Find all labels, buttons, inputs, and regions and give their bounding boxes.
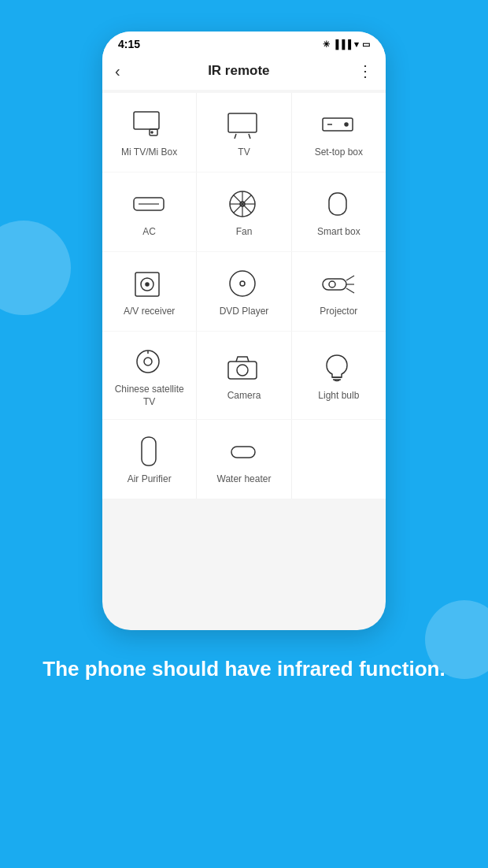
empty-cell xyxy=(292,420,386,499)
ac-cell[interactable]: AC xyxy=(102,172,196,251)
projector-cell[interactable]: Projector xyxy=(292,252,386,331)
fan-label: Fan xyxy=(236,226,253,239)
settop-label: Set-top box xyxy=(315,147,363,159)
avreceiver-icon xyxy=(131,268,168,299)
settop-icon xyxy=(320,109,357,140)
smartbox-cell[interactable]: Smart box xyxy=(292,172,386,251)
status-bar: 4:15 ✳ ▐▐▐ ▾ ▭ xyxy=(102,32,386,54)
page-title: IR remote xyxy=(208,63,269,79)
satellite-cell[interactable]: Chinese satellite TV xyxy=(102,332,196,419)
smartbox-icon xyxy=(320,188,357,220)
projector-icon xyxy=(320,268,357,299)
svg-point-2 xyxy=(151,132,153,133)
tv-label: TV xyxy=(238,147,250,159)
svg-line-24 xyxy=(346,288,354,293)
grid-row-1: Mi TV/Mi Box TV xyxy=(102,93,386,172)
ac-label: AC xyxy=(142,226,156,239)
waterheater-label: Water heater xyxy=(217,473,272,486)
wifi-icon: ▾ xyxy=(354,39,359,50)
svg-rect-33 xyxy=(142,437,156,466)
svg-line-23 xyxy=(346,276,354,280)
svg-rect-0 xyxy=(134,112,159,129)
airpurifier-cell[interactable]: Air Purifier xyxy=(102,420,196,499)
tv-icon xyxy=(225,109,263,140)
signal-bars-icon: ▐▐▐ xyxy=(333,39,351,49)
more-menu-button[interactable]: ⋮ xyxy=(357,61,373,80)
fan-icon xyxy=(225,188,263,220)
background-blob-left xyxy=(0,221,71,315)
airpurifier-icon xyxy=(131,436,168,467)
mi-tv-label: Mi TV/Mi Box xyxy=(121,147,177,159)
grid-row-3: A/V receiver DVD Player xyxy=(102,252,386,331)
svg-point-30 xyxy=(237,365,248,376)
empty-icon xyxy=(320,442,357,473)
svg-point-26 xyxy=(137,351,159,373)
header: ‹ IR remote ⋮ xyxy=(102,54,386,90)
ac-icon xyxy=(131,188,168,220)
tv-cell[interactable]: TV xyxy=(197,93,290,172)
mi-tv-cell[interactable]: Mi TV/Mi Box xyxy=(102,93,196,172)
camera-cell[interactable]: Camera xyxy=(197,332,290,419)
battery-icon: ▭ xyxy=(362,39,370,50)
svg-rect-34 xyxy=(231,447,255,458)
dvd-cell[interactable]: DVD Player xyxy=(197,252,290,331)
lightbulb-label: Light bulb xyxy=(318,390,359,402)
satellite-icon xyxy=(131,346,168,377)
status-icons: ✳ ▐▐▐ ▾ ▭ xyxy=(323,39,370,50)
dvd-label: DVD Player xyxy=(220,306,269,318)
phone-frame: 4:15 ✳ ▐▐▐ ▾ ▭ ‹ IR remote ⋮ xyxy=(102,32,386,630)
bottom-caption: The phone should have infrared function. xyxy=(11,630,476,699)
airpurifier-label: Air Purifier xyxy=(128,473,172,486)
mi-tv-icon xyxy=(131,109,168,140)
grid-row-5: Air Purifier Water heater xyxy=(102,420,386,499)
svg-line-5 xyxy=(249,134,250,139)
bluetooth-icon: ✳ xyxy=(323,39,330,50)
dvd-icon xyxy=(225,268,263,299)
camera-icon xyxy=(225,352,263,384)
svg-point-22 xyxy=(329,281,335,287)
waterheater-icon xyxy=(225,436,263,467)
status-time: 4:15 xyxy=(118,38,140,50)
svg-point-27 xyxy=(144,358,152,365)
projector-label: Projector xyxy=(320,306,357,318)
satellite-label: Chinese satellite TV xyxy=(109,384,190,408)
svg-rect-3 xyxy=(228,113,257,132)
waterheater-cell[interactable]: Water heater xyxy=(197,420,290,499)
lightbulb-cell[interactable]: Light bulb xyxy=(292,332,386,419)
svg-point-18 xyxy=(146,283,149,286)
svg-rect-15 xyxy=(329,193,346,215)
lightbulb-icon xyxy=(320,352,357,384)
back-button[interactable]: ‹ xyxy=(115,62,120,80)
grid-row-2: AC Fan xyxy=(102,172,386,251)
smartbox-label: Smart box xyxy=(317,226,360,239)
svg-rect-21 xyxy=(323,279,346,290)
svg-point-8 xyxy=(345,123,348,126)
svg-point-20 xyxy=(240,281,245,286)
avreceiver-cell[interactable]: A/V receiver xyxy=(102,252,196,331)
device-grid: Mi TV/Mi Box TV xyxy=(102,90,386,503)
camera-label: Camera xyxy=(227,390,261,402)
svg-line-4 xyxy=(235,134,236,139)
grid-row-4: Chinese satellite TV Camera xyxy=(102,332,386,419)
settop-cell[interactable]: Set-top box xyxy=(292,93,386,172)
avreceiver-label: A/V receiver xyxy=(124,306,175,318)
fan-cell[interactable]: Fan xyxy=(197,172,290,251)
svg-point-19 xyxy=(230,271,255,296)
